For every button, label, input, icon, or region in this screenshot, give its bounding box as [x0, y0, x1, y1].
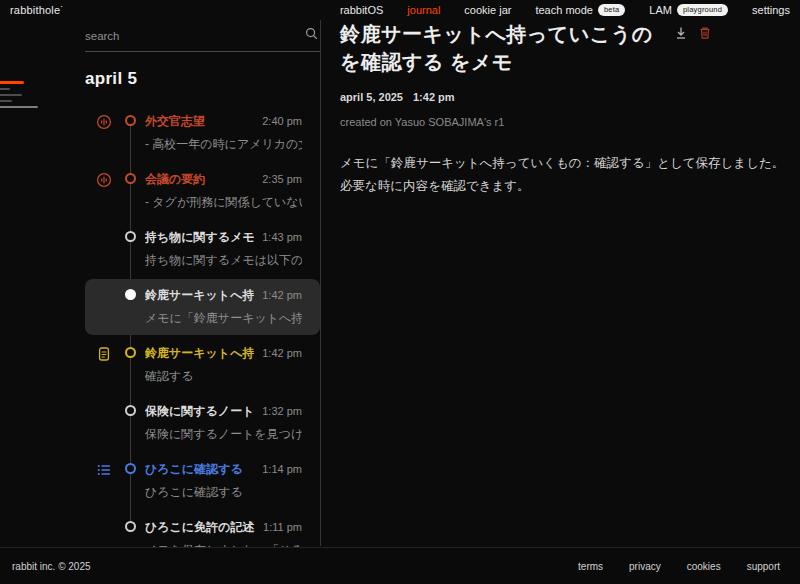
entry-list-time: 1:42 pm [262, 289, 302, 301]
journal-entry[interactable]: 鈴鹿サーキットへ持って...1:42 pm確認する [85, 337, 320, 393]
nav-item-label: teach mode [535, 4, 592, 16]
journal-entry[interactable]: 会議の要約2:35 pm- タグが刑務に関係していないこ... [85, 163, 320, 219]
pane-divider [320, 20, 321, 546]
note-icon [96, 346, 112, 362]
entry-body: メモに「鈴鹿サーキットへ持っていくもの：確認する」として保存しました。必要な時に… [340, 152, 790, 197]
entry-created-on: created on Yasuo SOBAJIMA's r1 [340, 116, 792, 128]
main-nav: rabbitOSjournalcookie jarteach modebetaL… [340, 4, 790, 17]
entry-list-time: 2:40 pm [262, 115, 302, 127]
voice-icon [96, 172, 112, 188]
journal-entry[interactable]: 鈴鹿サーキットへ持って...1:42 pmメモに「鈴鹿サーキットへ持って... [85, 279, 320, 335]
nav-item-cookie-jar[interactable]: cookie jar [464, 4, 511, 16]
entry-list-subtitle: 持ち物に関するメモは以下の通り... [145, 252, 302, 269]
entry-list-subtitle: メモに「鈴鹿サーキットへ持って... [145, 310, 302, 327]
rabbithole-app: rabbithole˙ rabbitOSjournalcookie jartea… [0, 0, 800, 584]
entry-list-subtitle: - 高校一年の時にアメリカの文化... [145, 136, 302, 153]
entry-list-time: 1:43 pm [262, 231, 302, 243]
footer-link-support[interactable]: support [747, 561, 780, 572]
search-input[interactable] [85, 30, 285, 42]
journal-entry-list: 外交官志望2:40 pm- 高校一年の時にアメリカの文化...会議の要約2:35… [85, 105, 320, 567]
entry-list-title: ひろこに確認する [145, 461, 254, 478]
timeline-dot [125, 405, 136, 416]
entry-list-title: 外交官志望 [145, 113, 254, 130]
footer-link-terms[interactable]: terms [578, 561, 603, 572]
search-icon[interactable] [305, 26, 318, 44]
journal-entry[interactable]: 保険に関するノートを検...1:32 pm保険に関するノートを見つけまし... [85, 395, 320, 451]
entry-detail-pane: 鈴鹿サーキットへ持っていこうの を確認する をメモ april 5, 202 [340, 20, 792, 197]
nav-item-journal[interactable]: journal [407, 4, 440, 16]
journal-entry[interactable]: 外交官志望2:40 pm- 高校一年の時にアメリカの文化... [85, 105, 320, 161]
rabbithole-logo[interactable]: rabbithole˙ [10, 4, 64, 16]
entry-list-subtitle: 確認する [145, 368, 302, 385]
timeline-dot [125, 463, 136, 474]
nav-item-label: settings [752, 4, 790, 16]
entry-title-line1: 鈴鹿サーキットへ持っていこうの [340, 20, 792, 48]
entry-list-time: 2:35 pm [262, 173, 302, 185]
nav-item-label: cookie jar [464, 4, 511, 16]
entry-date: april 5, 2025 [340, 91, 403, 103]
entry-list-title: 会議の要約 [145, 171, 254, 188]
entry-list-time: 1:11 pm [263, 521, 302, 533]
timeline-dot [125, 347, 136, 358]
entry-list-time: 1:32 pm [262, 405, 302, 417]
search-bar [85, 20, 320, 52]
entry-actions [674, 26, 712, 40]
entry-list-subtitle: ひろこに確認する [145, 484, 302, 501]
entry-list-time: 1:42 pm [262, 347, 302, 359]
timeline-dot [125, 173, 136, 184]
footer-link-privacy[interactable]: privacy [629, 561, 661, 572]
copyright: rabbit inc. © 2025 [12, 561, 91, 572]
timeline-dot [125, 289, 136, 300]
topbar: rabbithole˙ rabbitOSjournalcookie jartea… [0, 0, 800, 20]
entry-time: 1:42 pm [413, 91, 455, 103]
nav-badge: playground [677, 4, 728, 17]
minimap-line [0, 88, 10, 90]
entry-list-subtitle: - タグが刑務に関係していないこ... [145, 194, 302, 211]
entry-list-time: 1:14 pm [262, 463, 302, 475]
minimap-line [0, 106, 38, 108]
timeline-dot [125, 521, 136, 532]
minimap-line-active [0, 81, 24, 84]
trash-icon[interactable] [698, 26, 712, 40]
nav-badge: beta [598, 4, 625, 17]
nav-item-settings[interactable]: settings [752, 4, 790, 16]
footer-link-cookies[interactable]: cookies [687, 561, 721, 572]
entry-list-title: 保険に関するノートを検... [145, 403, 254, 420]
voice-icon [96, 114, 112, 130]
download-icon[interactable] [674, 26, 688, 40]
minimap-line [0, 100, 12, 102]
entry-list-title: 鈴鹿サーキットへ持って... [145, 287, 254, 304]
footer-links: termsprivacycookiessupport [578, 561, 780, 572]
journal-entry[interactable]: 持ち物に関するメモを表...1:43 pm持ち物に関するメモは以下の通り... [85, 221, 320, 277]
entry-datetime: april 5, 20251:42 pm [340, 91, 792, 103]
list-icon [96, 462, 112, 478]
entry-list-title: ひろこに免許の記述を確認... [145, 519, 255, 536]
footer: rabbit inc. © 2025 termsprivacycookiessu… [0, 547, 800, 584]
journal-entry[interactable]: ひろこに確認する1:14 pmひろこに確認する [85, 453, 320, 509]
journal-sidebar: april 5 外交官志望2:40 pm- 高校一年の時にアメリカの文化...会… [85, 20, 320, 547]
entry-list-title: 持ち物に関するメモを表... [145, 229, 254, 246]
date-group-header: april 5 [85, 69, 320, 89]
nav-item-label: LAM [649, 4, 672, 16]
nav-item-label: rabbitOS [340, 4, 383, 16]
timeline-dot [125, 231, 136, 242]
minimap-line [0, 94, 22, 96]
entry-title: 鈴鹿サーキットへ持っていこうの を確認する をメモ [340, 20, 792, 76]
scroll-minimap [0, 81, 38, 108]
nav-item-label: journal [407, 4, 440, 16]
nav-item-rabbitos[interactable]: rabbitOS [340, 4, 383, 16]
entry-list-subtitle: 保険に関するノートを見つけまし... [145, 426, 302, 443]
entry-list-title: 鈴鹿サーキットへ持って... [145, 345, 254, 362]
entry-title-line2: を確認する をメモ [340, 48, 792, 76]
timeline-dot [125, 115, 136, 126]
nav-item-lam[interactable]: LAMplayground [649, 4, 728, 17]
nav-item-teach-mode[interactable]: teach modebeta [535, 4, 625, 17]
